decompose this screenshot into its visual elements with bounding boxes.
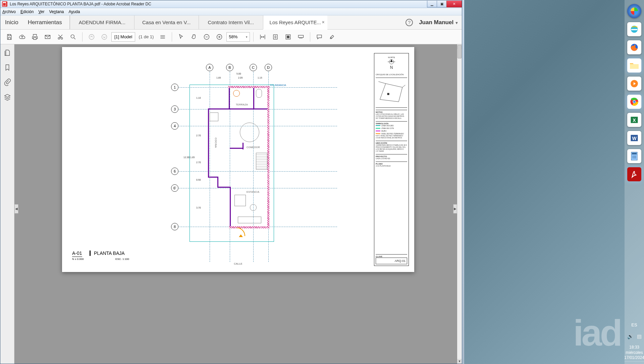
zoom-out-icon[interactable] xyxy=(201,31,212,43)
svg-point-25 xyxy=(634,156,635,157)
layers-panel-icon[interactable] xyxy=(4,93,11,102)
doc-tab-0[interactable]: ADENDUM FIRMA... xyxy=(70,15,134,29)
chrome-icon[interactable] xyxy=(627,95,641,109)
zoom-in-icon[interactable] xyxy=(214,31,225,43)
svg-rect-23 xyxy=(632,153,637,154)
attachment-panel-icon[interactable] xyxy=(4,79,11,87)
excel-icon[interactable]: X xyxy=(627,113,641,127)
window-titlebar[interactable]: Los Reyes ARQUITECTÓNICO PLANTA BAJA.pdf… xyxy=(0,0,462,8)
page-down-icon[interactable] xyxy=(99,31,110,43)
volume-icon[interactable]: 🔊 xyxy=(627,333,634,339)
action-center-icon[interactable]: ▤ xyxy=(637,333,642,339)
comment-icon[interactable] xyxy=(314,31,325,43)
sign-icon[interactable] xyxy=(326,31,338,43)
read-mode-icon[interactable] xyxy=(295,31,307,43)
save-icon[interactable] xyxy=(4,31,15,43)
toolbar-separator xyxy=(82,32,83,42)
menu-bar: AArchivorchivo Edición Ver Ventana Ayuda xyxy=(0,8,462,15)
hand-tool-icon[interactable] xyxy=(188,31,200,43)
tab-bar: Inicio Herramientas ADENDUM FIRMA... Cas… xyxy=(0,15,462,30)
selection-tool-icon[interactable] xyxy=(175,31,187,43)
system-tray[interactable]: 🔊 ▤ xyxy=(627,333,642,339)
cut-icon[interactable] xyxy=(55,31,66,43)
fit-page-icon[interactable] xyxy=(270,31,281,43)
collapse-left-icon[interactable]: ◀ xyxy=(14,204,18,214)
email-icon[interactable] xyxy=(42,31,53,43)
menu-ver[interactable]: Ver xyxy=(38,9,44,14)
language-indicator[interactable]: ES xyxy=(631,322,637,327)
media-player-icon[interactable] xyxy=(627,77,641,91)
tab-home[interactable]: Inicio xyxy=(0,15,23,29)
toolbar-separator xyxy=(253,32,254,42)
taskbar: X W ES 🔊 ▤ 18:33 miércoles 17/01/2024 xyxy=(625,0,644,364)
word-icon[interactable]: W xyxy=(627,131,641,145)
menu-archivo[interactable]: AArchivorchivo xyxy=(2,9,16,14)
toolbar: [1] Model (1 de 1) 58% ▾ xyxy=(0,30,462,44)
chevron-down-icon[interactable]: ▾ xyxy=(246,35,248,39)
toolbar-separator xyxy=(172,32,172,42)
help-icon[interactable]: ? xyxy=(406,19,413,26)
toolbar-separator xyxy=(310,32,310,42)
start-button[interactable] xyxy=(627,4,641,18)
pages-panel-icon[interactable] xyxy=(4,49,11,58)
page-thumbnails-icon[interactable] xyxy=(157,31,168,43)
doc-tab-2[interactable]: Contrato Interm Vil... xyxy=(199,15,263,29)
window-title: Los Reyes ARQUITECTÓNICO PLANTA BAJA.pdf… xyxy=(9,2,427,6)
scroll-thumb[interactable] xyxy=(458,45,462,58)
close-tab-icon[interactable]: × xyxy=(322,19,325,25)
calculator-icon[interactable] xyxy=(627,149,641,163)
grid-bubble-a: A xyxy=(206,64,213,71)
window-minimize-button[interactable]: ▁ xyxy=(427,1,437,7)
svg-rect-9 xyxy=(299,35,304,38)
print-icon[interactable] xyxy=(29,31,41,43)
page-up-icon[interactable] xyxy=(86,31,97,43)
doc-tab-3[interactable]: Los Reyes ARQUITE... × xyxy=(263,15,327,30)
svg-point-28 xyxy=(634,157,635,158)
menu-ayuda[interactable]: Ayuda xyxy=(68,9,80,14)
acrobat-window: Los Reyes ARQUITECTÓNICO PLANTA BAJA.pdf… xyxy=(0,0,462,364)
window-right-border xyxy=(462,0,464,364)
floor-plan: A B C D 1 3 4 6 xyxy=(163,64,337,262)
window-maximize-button[interactable]: ▣ xyxy=(437,1,447,7)
menu-edicion[interactable]: Edición xyxy=(20,9,34,14)
vertical-scrollbar[interactable]: ▲ ▼ xyxy=(457,44,462,364)
ie-icon[interactable] xyxy=(627,22,641,36)
fit-width-icon[interactable] xyxy=(257,31,268,43)
zoom-level-input[interactable]: 58% ▾ xyxy=(226,32,250,42)
scroll-down-icon[interactable]: ▼ xyxy=(457,359,462,364)
document-viewport[interactable]: ◀ ▶ A-01 PLANTA BAJA N ± 0.000ESC. 1:100… xyxy=(14,44,462,364)
svg-rect-11 xyxy=(387,93,389,95)
grid-bubble-1: 1 xyxy=(171,84,178,91)
grid-bubble-8: 8 xyxy=(171,223,178,230)
location-map xyxy=(376,78,407,108)
svg-point-27 xyxy=(633,157,634,158)
grid-bubble-b: B xyxy=(226,64,233,71)
window-close-button[interactable]: ✕ xyxy=(446,1,462,7)
grid-bubble-6: 6 xyxy=(171,168,178,175)
doc-tab-1[interactable]: Casa en Venta en V... xyxy=(134,15,199,29)
search-icon[interactable] xyxy=(67,31,79,43)
page-info: (1 de 1) xyxy=(139,34,154,39)
street-label: CALLE xyxy=(234,262,242,265)
user-menu[interactable]: Juan Manuel▼ xyxy=(419,19,459,26)
cloud-upload-icon[interactable] xyxy=(16,31,28,43)
left-nav-rail xyxy=(0,44,14,364)
sheet-title: A-01 PLANTA BAJA N ± 0.000ESC. 1:100 xyxy=(72,250,129,261)
menu-ventana[interactable]: Ventana xyxy=(49,9,64,14)
tab-tools[interactable]: Herramientas xyxy=(23,15,70,29)
acrobat-dock-icon[interactable] xyxy=(627,167,641,181)
firefox-icon[interactable] xyxy=(627,40,641,54)
show-desktop-button[interactable] xyxy=(625,361,644,364)
explorer-icon[interactable] xyxy=(627,58,641,73)
taskbar-clock[interactable]: 18:33 miércoles 17/01/2024 xyxy=(624,345,644,361)
grid-bubble-4: 4 xyxy=(171,122,178,130)
bookmark-panel-icon[interactable] xyxy=(4,64,11,73)
svg-text:X: X xyxy=(633,118,636,123)
svg-rect-7 xyxy=(273,35,277,39)
page-number-input[interactable]: [1] Model xyxy=(111,32,135,42)
grid-bubble-c: C xyxy=(250,64,257,71)
workspace: ◀ ▶ A-01 PLANTA BAJA N ± 0.000ESC. 1:100… xyxy=(0,44,462,364)
collapse-right-icon[interactable]: ▶ xyxy=(453,204,457,214)
fullscreen-icon[interactable] xyxy=(282,31,294,43)
grid-bubble-3: 3 xyxy=(171,105,178,113)
